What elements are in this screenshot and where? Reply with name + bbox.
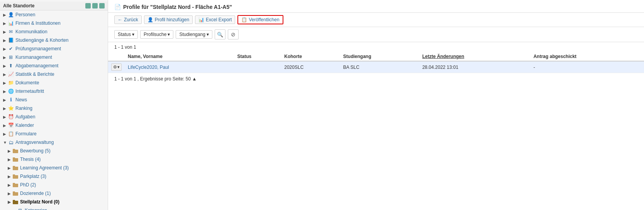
arrow-icon: ▶ bbox=[3, 81, 7, 85]
reset-icon: ⊘ bbox=[231, 31, 236, 38]
upload-icon: ⬆ bbox=[8, 63, 14, 69]
sidebar-header: Alle Standorte bbox=[0, 2, 108, 10]
sidebar-item-label: PhD (2) bbox=[20, 182, 36, 188]
sidebar-item-label: News bbox=[15, 97, 27, 102]
sidebar-item-dokumente[interactable]: ▶ 📁 Dokumente bbox=[0, 79, 108, 87]
sidebar-item-label: Statistik & Berichte bbox=[15, 72, 54, 77]
arrow-icon: ▶ bbox=[8, 183, 12, 187]
per-page-arrow[interactable]: ▲ bbox=[192, 76, 197, 82]
refresh-icon[interactable] bbox=[92, 3, 98, 9]
settings-icon[interactable] bbox=[99, 3, 105, 9]
sidebar-item-kommunikation[interactable]: ▶ ✉ Kommunikation bbox=[0, 27, 108, 36]
excel-export-button[interactable]: 📊 Excel Export bbox=[195, 15, 235, 24]
publish-label: Veröffentlichen bbox=[249, 17, 279, 22]
sidebar-item-news[interactable]: ▶ ℹ News bbox=[0, 96, 108, 104]
sidebar-item-internetauftritt[interactable]: ▶ 🌐 Internetauftritt bbox=[0, 87, 108, 96]
sidebar-item-stellplatz-nord[interactable]: ▶ Stellplatz Nord (0) bbox=[0, 198, 108, 206]
add-profile-button[interactable]: 👤 Profil hinzufügen bbox=[144, 15, 193, 24]
sidebar-item-label: Ranking bbox=[15, 106, 32, 111]
sidebar-item-ranking[interactable]: ▶ ⭐ Ranking bbox=[0, 104, 108, 113]
arrow-icon: ▶ bbox=[3, 38, 7, 43]
sidebar-item-bewerbung[interactable]: ▶ Bewerbung (5) bbox=[0, 147, 108, 155]
grid-icon[interactable] bbox=[85, 3, 91, 9]
profilsuche-filter-label: Profilsuche bbox=[144, 32, 166, 37]
mail-icon: ✉ bbox=[8, 29, 14, 35]
sidebar-item-label: Firmen & Institutionen bbox=[15, 20, 61, 26]
sidebar-item-label: Dozierende (1) bbox=[20, 191, 51, 196]
arrow-icon: ▶ bbox=[3, 123, 7, 128]
sidebar-top-icons bbox=[85, 3, 105, 9]
studiengang-filter[interactable]: Studiengang ▾ bbox=[176, 30, 212, 39]
arrow-icon: ▼ bbox=[3, 140, 7, 145]
star-icon: ⭐ bbox=[8, 105, 14, 111]
dropdown-arrow-icon: ▾ bbox=[168, 32, 170, 37]
row-name-link[interactable]: LifeCycle2020, Paul bbox=[128, 65, 169, 70]
sidebar-item-kategorien[interactable]: ⊞ Kategorien bbox=[0, 206, 108, 210]
table-row: ⚙ ▾ LifeCycle2020, Paul 2020SLC BA SLC 2… bbox=[108, 61, 644, 73]
folder-active-icon bbox=[12, 199, 19, 205]
profilsuche-filter[interactable]: Profilsuche ▾ bbox=[140, 30, 173, 39]
sidebar-item-statistik[interactable]: ▶ 📈 Statistik & Berichte bbox=[0, 70, 108, 79]
table-container: Name, Vorname Status Kohorte Studiengang… bbox=[108, 52, 644, 210]
sidebar-item-abgabemanagement[interactable]: ▶ ⬆ Abgabemanagement bbox=[0, 61, 108, 70]
arrow-icon: ▶ bbox=[3, 89, 7, 94]
row-gear-button[interactable]: ⚙ ▾ bbox=[111, 63, 122, 71]
info-icon: ℹ bbox=[8, 97, 14, 103]
sidebar-item-phd[interactable]: ▶ PhD (2) bbox=[0, 181, 108, 189]
sidebar-item-label: Parkplatz (3) bbox=[20, 174, 46, 179]
main-content: 📄 Profile für "Stellplatz Nord - Fläche … bbox=[108, 0, 644, 210]
table-header: Name, Vorname Status Kohorte Studiengang… bbox=[108, 52, 644, 61]
sidebar-item-parkplatz[interactable]: ▶ Parkplatz (3) bbox=[0, 172, 108, 181]
sidebar-item-formulare[interactable]: ▶ 📋 Formulare bbox=[0, 130, 108, 138]
search-button[interactable]: 🔍 bbox=[215, 29, 225, 39]
sidebar-item-firmen[interactable]: ▶ 📊 Firmen & Institutionen bbox=[0, 19, 108, 27]
folder-icon: 📁 bbox=[8, 80, 14, 86]
col-header-kohorte: Kohorte bbox=[281, 52, 340, 61]
sidebar-item-dozierende[interactable]: ▶ Dozierende (1) bbox=[0, 189, 108, 198]
pagination-text: 1 - 1 von 1 , Ergebnisse pro Seite: bbox=[114, 76, 184, 82]
sidebar-item-label: Learning Agreement (3) bbox=[20, 165, 69, 171]
back-button[interactable]: ← Zurück bbox=[114, 15, 142, 24]
arrow-icon: ▶ bbox=[3, 72, 7, 77]
arrow-icon: ▶ bbox=[3, 47, 7, 51]
sidebar-title: Alle Standorte bbox=[3, 3, 85, 9]
page-title: Profile für "Stellplatz Nord - Fläche A1… bbox=[123, 4, 232, 10]
sidebar-item-learning-agreement[interactable]: ▶ Learning Agreement (3) bbox=[0, 164, 108, 172]
row-kohorte-cell: 2020SLC bbox=[281, 61, 340, 73]
folder-icon bbox=[12, 190, 19, 196]
status-filter[interactable]: Status ▾ bbox=[114, 30, 138, 39]
arrow-icon: ▶ bbox=[3, 132, 7, 136]
result-count: 1 - 1 von 1 bbox=[108, 42, 644, 52]
sidebar-item-personen[interactable]: ▶ 👤 Personen bbox=[0, 10, 108, 19]
sidebar-item-antragsverwaltung[interactable]: ▼ 🗂 Antragsverwaltung bbox=[0, 138, 108, 147]
arrow-icon: ▶ bbox=[8, 157, 12, 162]
sidebar-item-kalender[interactable]: ▶ 📅 Kalender bbox=[0, 121, 108, 130]
sidebar-item-label: Dokumente bbox=[15, 80, 39, 85]
add-profile-label: Profil hinzufügen bbox=[155, 17, 189, 22]
publish-icon: 📋 bbox=[241, 17, 247, 22]
result-count-text: 1 - 1 von 1 bbox=[114, 44, 136, 50]
reset-filter-button[interactable]: ⊘ bbox=[228, 29, 239, 39]
sidebar-item-label: Kursmanagement bbox=[15, 55, 52, 60]
grid2-icon: ⊞ bbox=[17, 207, 23, 210]
sidebar-item-aufgaben[interactable]: ▶ ⏰ Aufgaben bbox=[0, 113, 108, 121]
folder-icon bbox=[12, 148, 19, 154]
book-icon: 📘 bbox=[8, 37, 14, 43]
col-header-letzte-aenderungen[interactable]: Letzte Änderungen bbox=[419, 52, 530, 61]
calendar-icon: 📅 bbox=[8, 122, 14, 128]
arrow-icon: ▶ bbox=[3, 55, 7, 60]
table-body: ⚙ ▾ LifeCycle2020, Paul 2020SLC BA SLC 2… bbox=[108, 61, 644, 73]
sidebar-item-kursmanagement[interactable]: ▶ ⊞ Kursmanagement bbox=[0, 53, 108, 61]
folder-icon bbox=[12, 165, 19, 171]
publish-button[interactable]: 📋 Veröffentlichen bbox=[237, 15, 283, 24]
folder-icon bbox=[12, 182, 19, 188]
sidebar-item-label: Kategorien bbox=[25, 208, 47, 210]
sidebar-item-thesis[interactable]: ▶ Thesis (4) bbox=[0, 155, 108, 164]
row-action-cell: ⚙ ▾ bbox=[108, 61, 125, 73]
sidebar-item-label: Kommunikation bbox=[15, 29, 47, 34]
arrow-icon: ▶ bbox=[3, 13, 7, 17]
sidebar-item-studiengaenge[interactable]: ▶ 📘 Studiengänge & Kohorten bbox=[0, 36, 108, 44]
sidebar-item-label: Stellplatz Nord (0) bbox=[20, 199, 59, 205]
sidebar-item-pruefungsmanagement[interactable]: ▶ ✔ Prüfungsmanagement bbox=[0, 44, 108, 53]
chart-icon: 📈 bbox=[8, 71, 14, 77]
